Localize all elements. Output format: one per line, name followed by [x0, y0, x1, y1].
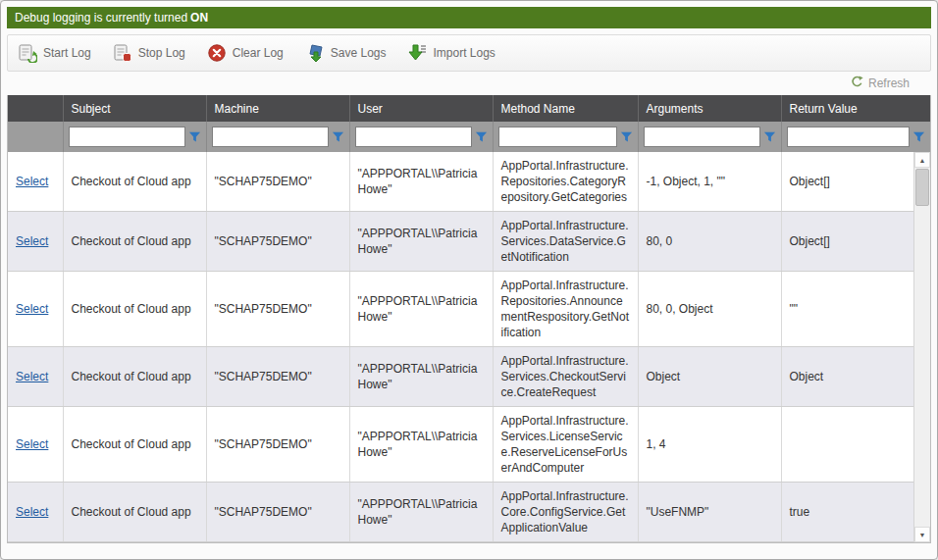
cell-return-value: Object[] — [781, 152, 930, 212]
cell-user: "APPPORTAL\\PatriciaHowe" — [349, 212, 493, 272]
cell-machine: "SCHAP75DEMO" — [206, 483, 349, 542]
cell-subject: Checkout of Cloud app — [63, 407, 206, 483]
filter-input-arguments[interactable] — [644, 127, 760, 147]
scrollbar-track[interactable] — [914, 168, 930, 527]
select-link[interactable]: Select — [16, 370, 48, 383]
refresh-button[interactable]: Refresh — [851, 76, 910, 91]
filter-funnel-icon[interactable] — [475, 130, 488, 143]
table-row: Select Checkout of Cloud app "SCHAP75DEM… — [8, 152, 930, 212]
cell-subject: Checkout of Cloud app — [63, 152, 206, 212]
log-table: Subject Machine User Method Name Argumen… — [8, 95, 930, 542]
col-header-return-value: Return Value — [781, 95, 930, 122]
toolbar: Start Log Stop Log Clear Log — [7, 34, 931, 72]
cell-arguments: Object — [638, 347, 781, 407]
cell-user: "APPPORTAL\\PatriciaHowe" — [349, 483, 493, 542]
cell-machine: "SCHAP75DEMO" — [206, 212, 349, 272]
select-link[interactable]: Select — [16, 175, 48, 188]
refresh-row: Refresh — [7, 72, 931, 95]
table-row: Select Checkout of Cloud app "SCHAP75DEM… — [8, 407, 930, 483]
log-grid: Subject Machine User Method Name Argumen… — [7, 95, 931, 543]
filter-funnel-icon[interactable] — [912, 130, 925, 143]
col-header-select — [8, 95, 63, 122]
cell-subject: Checkout of Cloud app — [63, 212, 206, 272]
import-logs-icon — [408, 43, 428, 63]
col-header-machine: Machine — [206, 95, 349, 122]
scroll-down-button[interactable]: ▼ — [914, 527, 930, 542]
filter-input-user[interactable] — [355, 127, 472, 147]
cell-return-value — [781, 407, 930, 483]
cell-return-value: Object — [781, 347, 930, 407]
filter-funnel-icon[interactable] — [763, 130, 776, 143]
col-header-method-name: Method Name — [493, 95, 638, 122]
select-link[interactable]: Select — [16, 302, 48, 316]
filter-cell-empty — [8, 122, 63, 152]
cell-arguments: 80, 0, Object — [638, 272, 781, 347]
cell-method-name: AppPortal.Infrastructure.Services.Checko… — [493, 347, 638, 407]
col-header-subject: Subject — [63, 95, 206, 122]
select-link[interactable]: Select — [16, 505, 48, 519]
select-link[interactable]: Select — [16, 234, 48, 248]
cell-method-name: AppPortal.Infrastructure.Services.DataSe… — [493, 212, 638, 272]
clear-log-icon — [207, 43, 227, 63]
header-row: Subject Machine User Method Name Argumen… — [8, 95, 930, 122]
col-header-arguments: Arguments — [638, 95, 781, 122]
debug-status-banner: Debug logging is currently turned ON — [7, 7, 931, 28]
filter-input-method-name[interactable] — [498, 127, 617, 147]
import-logs-button[interactable]: Import Logs — [408, 43, 495, 63]
cell-user: "APPPORTAL\\PatriciaHowe" — [349, 347, 493, 407]
cell-subject: Checkout of Cloud app — [63, 483, 206, 542]
table-row: Select Checkout of Cloud app "SCHAP75DEM… — [8, 212, 930, 272]
clear-log-button[interactable]: Clear Log — [207, 43, 284, 63]
cell-user: "APPPORTAL\\PatriciaHowe" — [349, 272, 493, 347]
save-logs-icon — [305, 43, 325, 63]
save-logs-button[interactable]: Save Logs — [305, 43, 387, 63]
cell-subject: Checkout of Cloud app — [63, 272, 206, 347]
filter-funnel-icon[interactable] — [620, 130, 633, 143]
table-row: Select Checkout of Cloud app "SCHAP75DEM… — [8, 272, 930, 347]
cell-method-name: AppPortal.Infrastructure.Services.Licens… — [493, 407, 638, 483]
filter-input-machine[interactable] — [212, 127, 329, 147]
cell-return-value: "" — [781, 272, 930, 347]
cell-machine: "SCHAP75DEMO" — [206, 272, 349, 347]
table-row: Select Checkout of Cloud app "SCHAP75DEM… — [8, 347, 930, 407]
cell-method-name: AppPortal.Infrastructure.Core.ConfigServ… — [493, 483, 638, 542]
refresh-label: Refresh — [868, 76, 910, 90]
cell-machine: "SCHAP75DEMO" — [206, 407, 349, 483]
save-logs-label: Save Logs — [331, 46, 387, 60]
filter-input-return-value[interactable] — [787, 127, 911, 147]
cell-arguments: 80, 0 — [638, 212, 781, 272]
start-log-icon — [18, 43, 37, 63]
cell-machine: "SCHAP75DEMO" — [206, 152, 349, 212]
select-link[interactable]: Select — [16, 437, 48, 451]
cell-arguments: 1, 4 — [638, 407, 781, 483]
cell-user: "APPPORTAL\\PatriciaHowe" — [349, 152, 493, 212]
filter-row — [8, 122, 930, 152]
col-header-user: User — [349, 95, 493, 122]
filter-input-subject[interactable] — [69, 127, 185, 147]
cell-method-name: AppPortal.Infrastructure.Repositories.An… — [493, 272, 638, 347]
debug-log-window: Debug logging is currently turned ON Sta… — [0, 0, 938, 560]
cell-return-value: true — [781, 483, 930, 542]
vertical-scrollbar[interactable]: ▲ ▼ — [913, 152, 930, 542]
cell-machine: "SCHAP75DEMO" — [206, 347, 349, 407]
cell-arguments: "UseFNMP" — [638, 483, 781, 542]
refresh-icon — [851, 76, 863, 91]
filter-funnel-icon[interactable] — [188, 130, 201, 143]
import-logs-label: Import Logs — [434, 46, 495, 60]
filter-funnel-icon[interactable] — [332, 130, 344, 143]
start-log-label: Start Log — [43, 46, 91, 60]
stop-log-button[interactable]: Stop Log — [113, 43, 185, 63]
cell-arguments: -1, Object, 1, "" — [638, 152, 781, 212]
clear-log-label: Clear Log — [233, 46, 284, 60]
cell-method-name: AppPortal.Infrastructure.Repositories.Ca… — [493, 152, 638, 212]
table-row: Select Checkout of Cloud app "SCHAP75DEM… — [8, 483, 930, 542]
stop-log-label: Stop Log — [138, 46, 185, 60]
banner-text: Debug logging is currently turned — [15, 11, 187, 25]
cell-subject: Checkout of Cloud app — [63, 347, 206, 407]
scrollbar-thumb[interactable] — [915, 169, 929, 206]
scroll-up-button[interactable]: ▲ — [914, 152, 930, 168]
cell-user: "APPPORTAL\\PatriciaHowe" — [349, 407, 493, 483]
start-log-button[interactable]: Start Log — [18, 43, 91, 63]
cell-return-value: Object[] — [781, 212, 930, 272]
banner-state: ON — [190, 11, 208, 25]
